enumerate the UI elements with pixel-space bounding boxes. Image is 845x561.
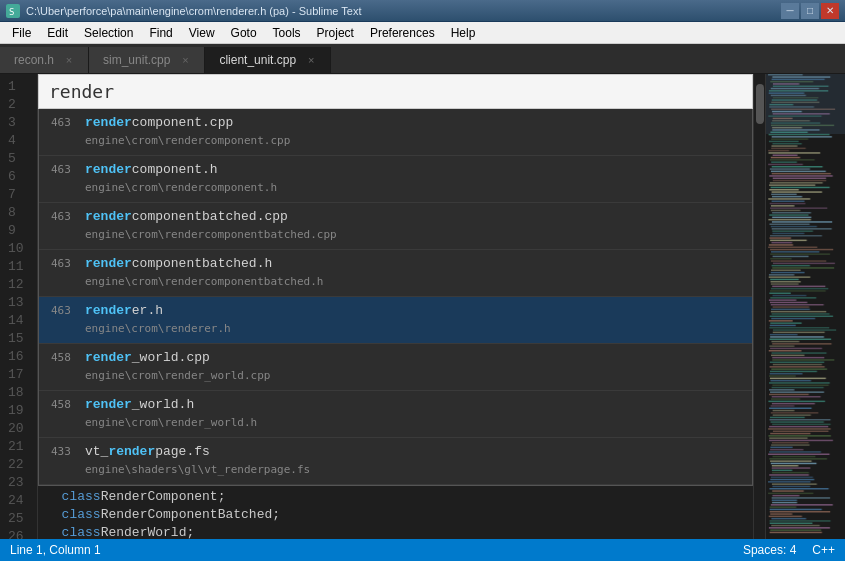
ac-path: engine\crom\render_world.h [51, 414, 740, 432]
line-number: 2 [8, 96, 29, 114]
title-bar-left: S C:\Uber\perforce\pa\main\engine\crom\r… [6, 4, 361, 18]
scrollbar-area[interactable] [753, 74, 765, 539]
code-line: class RenderComponentBatched; [46, 506, 753, 524]
ac-filename: rendercomponent.h [85, 161, 218, 179]
cursor-position: Line 1, Column 1 [10, 543, 101, 557]
menu-item-file[interactable]: File [4, 23, 39, 43]
ac-filename: rendercomponent.cpp [85, 114, 233, 132]
ac-path: engine\crom\rendercomponentbatched.h [51, 273, 740, 291]
ac-filename: rendercomponentbatched.h [85, 255, 272, 273]
line-number: 21 [8, 438, 29, 456]
ac-path: engine\crom\rendercomponent.cpp [51, 132, 740, 150]
menu-item-preferences[interactable]: Preferences [362, 23, 443, 43]
line-number: 1 [8, 78, 29, 96]
status-bar: Line 1, Column 1 Spaces: 4 C++ [0, 539, 845, 561]
language-indicator: C++ [812, 543, 835, 557]
editor-area: 1234567891011121314151617181920212223242… [0, 74, 845, 539]
menu-bar: FileEditSelectionFindViewGotoToolsProjec… [0, 22, 845, 44]
tab-label: sim_unit.cpp [103, 53, 170, 67]
line-number: 14 [8, 312, 29, 330]
tab-recon-h[interactable]: recon.h× [0, 47, 89, 73]
close-button[interactable]: ✕ [821, 3, 839, 19]
autocomplete-item[interactable]: 458render_world.cppengine\crom\render_wo… [39, 344, 752, 391]
ac-filename: render_world.h [85, 396, 194, 414]
scrollbar-thumb[interactable] [756, 84, 764, 124]
minimize-button[interactable]: ─ [781, 3, 799, 19]
title-bar: S C:\Uber\perforce\pa\main\engine\crom\r… [0, 0, 845, 22]
line-number: 23 [8, 474, 29, 492]
search-input[interactable] [38, 74, 753, 109]
autocomplete-list: 463rendercomponent.cppengine\crom\render… [38, 109, 753, 486]
line-number: 7 [8, 186, 29, 204]
line-number: 18 [8, 384, 29, 402]
code-line: class RenderComponent; [46, 488, 753, 506]
ac-count: 458 [51, 349, 79, 367]
menu-item-view[interactable]: View [181, 23, 223, 43]
autocomplete-item[interactable]: 463renderer.hengine\crom\renderer.h [39, 297, 752, 344]
tab-sim_unit-cpp[interactable]: sim_unit.cpp× [89, 47, 205, 73]
maximize-button[interactable]: □ [801, 3, 819, 19]
line-number: 25 [8, 510, 29, 528]
line-number: 9 [8, 222, 29, 240]
menu-item-find[interactable]: Find [141, 23, 180, 43]
autocomplete-container: 463rendercomponent.cppengine\crom\render… [38, 74, 753, 486]
ac-count: 463 [51, 302, 79, 320]
line-number: 3 [8, 114, 29, 132]
status-left: Line 1, Column 1 [10, 543, 101, 557]
editor-main: 1234567891011121314151617181920212223242… [0, 74, 765, 539]
tab-client_unit-cpp[interactable]: client_unit.cpp× [205, 47, 331, 73]
line-number: 20 [8, 420, 29, 438]
line-number: 24 [8, 492, 29, 510]
ac-count: 458 [51, 396, 79, 414]
line-number: 10 [8, 240, 29, 258]
menu-item-goto[interactable]: Goto [223, 23, 265, 43]
line-number: 6 [8, 168, 29, 186]
line-number: 11 [8, 258, 29, 276]
menu-item-project[interactable]: Project [309, 23, 362, 43]
tab-bar: recon.h×sim_unit.cpp×client_unit.cpp× [0, 44, 845, 74]
line-number: 15 [8, 330, 29, 348]
ac-path: engine\crom\render_world.cpp [51, 367, 740, 385]
autocomplete-item[interactable]: 463rendercomponent.cppengine\crom\render… [39, 109, 752, 156]
line-number: 16 [8, 348, 29, 366]
ac-count: 463 [51, 255, 79, 273]
spaces-indicator: Spaces: 4 [743, 543, 796, 557]
line-number: 22 [8, 456, 29, 474]
ac-path: engine\crom\renderer.h [51, 320, 740, 338]
line-number: 5 [8, 150, 29, 168]
ac-filename: renderer.h [85, 302, 163, 320]
autocomplete-item[interactable]: 458render_world.hengine\crom\render_worl… [39, 391, 752, 438]
tab-close-icon[interactable]: × [62, 53, 76, 67]
minimap [765, 74, 845, 539]
ac-count: 433 [51, 443, 79, 461]
tab-label: client_unit.cpp [219, 53, 296, 67]
menu-item-selection[interactable]: Selection [76, 23, 141, 43]
minimap-canvas [766, 74, 845, 539]
line-number: 19 [8, 402, 29, 420]
line-number: 4 [8, 132, 29, 150]
ac-count: 463 [51, 114, 79, 132]
autocomplete-item[interactable]: 463rendercomponentbatched.cppengine\crom… [39, 203, 752, 250]
ac-filename: vt_renderpage.fs [85, 443, 210, 461]
tab-close-icon[interactable]: × [304, 53, 318, 67]
menu-item-help[interactable]: Help [443, 23, 484, 43]
line-number: 8 [8, 204, 29, 222]
ac-path: engine\crom\rendercomponent.h [51, 179, 740, 197]
autocomplete-item[interactable]: 433vt_renderpage.fsengine\shaders\gl\vt_… [39, 438, 752, 485]
line-number: 13 [8, 294, 29, 312]
code-content[interactable]: #ifndef RENDERER_H#define RENDERER_H #in… [38, 74, 753, 539]
window-controls: ─ □ ✕ [781, 3, 839, 19]
ac-count: 463 [51, 161, 79, 179]
svg-text:S: S [9, 7, 14, 17]
line-number: 26 [8, 528, 29, 539]
ac-path: engine\shaders\gl\vt_renderpage.fs [51, 461, 740, 479]
code-line: class RenderWorld; [46, 524, 753, 539]
tab-close-icon[interactable]: × [178, 53, 192, 67]
menu-item-edit[interactable]: Edit [39, 23, 76, 43]
menu-item-tools[interactable]: Tools [265, 23, 309, 43]
tab-label: recon.h [14, 53, 54, 67]
ac-filename: render_world.cpp [85, 349, 210, 367]
autocomplete-item[interactable]: 463rendercomponentbatched.hengine\crom\r… [39, 250, 752, 297]
autocomplete-item[interactable]: 463rendercomponent.hengine\crom\renderco… [39, 156, 752, 203]
status-right: Spaces: 4 C++ [743, 543, 835, 557]
